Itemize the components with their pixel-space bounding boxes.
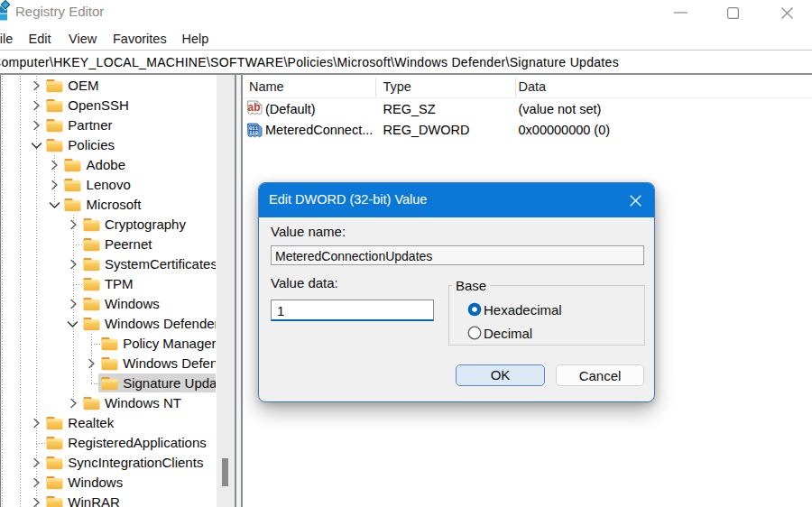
- svg-text:ab: ab: [247, 101, 260, 114]
- svg-text:110: 110: [249, 130, 259, 136]
